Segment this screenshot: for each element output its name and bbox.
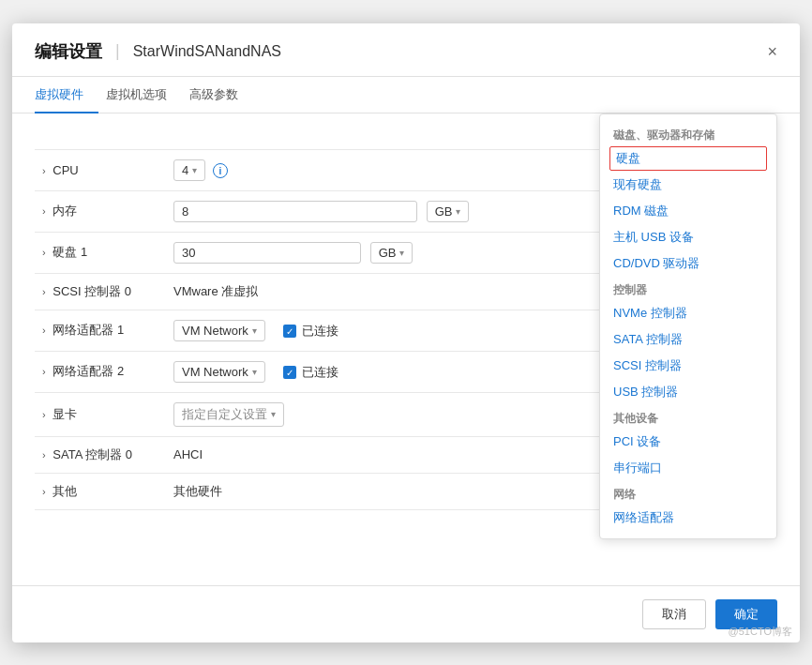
- sata-value: AHCI: [173, 447, 203, 461]
- memory-label: 内存: [53, 204, 77, 218]
- menu-item-cd-dvd[interactable]: CD/DVD 驱动器: [600, 250, 776, 277]
- checkbox-icon[interactable]: [283, 366, 296, 379]
- tab-virtual-hardware[interactable]: 虚拟硬件: [35, 77, 98, 113]
- section-network: 网络: [600, 481, 776, 505]
- network-adapter-1-connected[interactable]: 已连接: [283, 323, 338, 340]
- tab-vm-options[interactable]: 虚拟机选项: [106, 77, 182, 113]
- expand-icon[interactable]: ›: [42, 449, 46, 461]
- menu-item-rdm-disk[interactable]: RDM 磁盘: [600, 198, 776, 224]
- network-adapter-2-select[interactable]: VM Network ▾: [173, 361, 265, 383]
- network-adapter-2-connected[interactable]: 已连接: [283, 364, 338, 381]
- tabs-bar: 虚拟硬件 虚拟机选项 高级参数: [12, 77, 800, 113]
- scsi-value: VMware 准虚拟: [173, 284, 258, 298]
- chevron-down-icon: ▾: [271, 409, 276, 419]
- expand-icon[interactable]: ›: [42, 366, 46, 377]
- edit-settings-dialog: 编辑设置 | StarWindSANandNAS × 虚拟硬件 虚拟机选项 高级…: [12, 23, 800, 642]
- dialog-title: 编辑设置: [35, 40, 102, 63]
- menu-item-sata[interactable]: SATA 控制器: [600, 326, 776, 353]
- other-value: 其他硬件: [173, 484, 222, 498]
- menu-item-scsi[interactable]: SCSI 控制器: [600, 353, 776, 379]
- dialog-body: 添加新设备 ▾ › CPU 4: [12, 113, 800, 578]
- expand-icon[interactable]: ›: [42, 205, 46, 217]
- display-select[interactable]: 指定自定义设置 ▾: [173, 402, 284, 427]
- memory-unit-select[interactable]: GB ▾: [427, 201, 470, 222]
- expand-icon[interactable]: ›: [42, 325, 46, 336]
- chevron-down-icon: ▾: [456, 206, 460, 217]
- hard-disk-unit-select[interactable]: GB ▾: [370, 242, 414, 264]
- dialog-footer: 取消 确定: [12, 585, 800, 642]
- scsi-label: SCSI 控制器 0: [53, 284, 131, 298]
- connected-label: 已连接: [302, 323, 338, 340]
- tab-advanced[interactable]: 高级参数: [189, 77, 253, 113]
- expand-icon[interactable]: ›: [42, 165, 46, 176]
- info-icon[interactable]: i: [213, 163, 228, 178]
- expand-icon[interactable]: ›: [42, 486, 46, 497]
- display-label: 显卡: [53, 407, 77, 421]
- cancel-button[interactable]: 取消: [642, 599, 706, 629]
- network-adapter-2-label: 网络适配器 2: [53, 364, 124, 378]
- network-adapter-1-label: 网络适配器 1: [53, 323, 124, 337]
- connected-label: 已连接: [302, 364, 338, 381]
- menu-item-hard-disk[interactable]: 硬盘: [609, 146, 767, 171]
- memory-input[interactable]: 8: [173, 201, 417, 222]
- cpu-label: CPU: [53, 163, 78, 177]
- hard-disk-label: 硬盘 1: [53, 245, 87, 259]
- checkbox-icon[interactable]: [283, 325, 296, 338]
- expand-icon[interactable]: ›: [42, 286, 46, 297]
- menu-item-network-adapter[interactable]: 网络适配器: [600, 505, 776, 531]
- section-other-devices: 其他设备: [600, 405, 776, 429]
- menu-item-serial-port[interactable]: 串行端口: [600, 455, 776, 481]
- menu-item-pci[interactable]: PCI 设备: [600, 429, 776, 455]
- section-controllers: 控制器: [600, 277, 776, 300]
- watermark: @51CTO博客: [729, 625, 792, 639]
- network-adapter-1-select[interactable]: VM Network ▾: [173, 320, 265, 341]
- sata-label: SATA 控制器 0: [53, 447, 132, 461]
- chevron-down-icon: ▾: [192, 165, 197, 175]
- hard-disk-size-input[interactable]: 30: [173, 242, 361, 264]
- expand-icon[interactable]: ›: [42, 247, 46, 258]
- close-button[interactable]: ×: [767, 43, 777, 60]
- section-disk-drive-storage: 磁盘、驱动器和存储: [600, 122, 776, 145]
- other-label: 其他: [53, 484, 77, 498]
- cpu-select[interactable]: 4 ▾: [173, 159, 205, 181]
- menu-item-nvme[interactable]: NVMe 控制器: [600, 300, 776, 326]
- dialog-separator: |: [115, 41, 120, 61]
- chevron-down-icon: ▾: [399, 248, 404, 258]
- expand-icon[interactable]: ›: [42, 409, 46, 420]
- dialog-header: 编辑设置 | StarWindSANandNAS ×: [12, 23, 800, 77]
- dialog-subtitle: StarWindSANandNAS: [133, 43, 281, 60]
- menu-item-existing-disk[interactable]: 现有硬盘: [600, 172, 776, 198]
- chevron-down-icon: ▾: [252, 367, 257, 377]
- menu-item-usb[interactable]: USB 控制器: [600, 379, 776, 405]
- menu-item-host-usb[interactable]: 主机 USB 设备: [600, 224, 776, 250]
- chevron-down-icon: ▾: [252, 325, 257, 336]
- add-device-dropdown: 磁盘、驱动器和存储 硬盘 现有硬盘 RDM 磁盘 主机 USB 设备 CD/DV…: [599, 113, 777, 539]
